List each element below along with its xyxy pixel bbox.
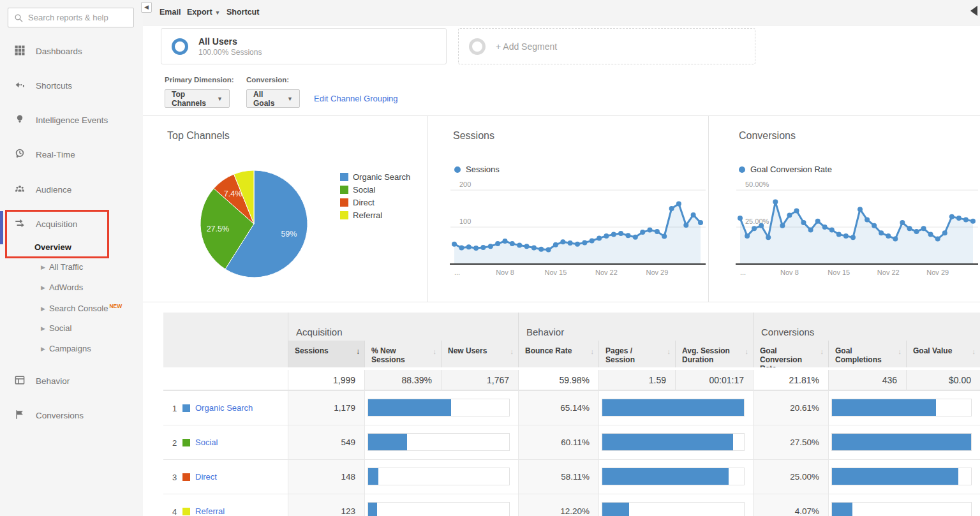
svg-text:Nov 8: Nov 8 [496,269,514,276]
row-rank: 2 [172,438,177,448]
column-header-pages-session[interactable]: Pages / Session↓ [598,341,675,367]
svg-text:7.4%: 7.4% [224,189,242,198]
top-channels-pie-chart: 59%27.5%7.4% [198,168,310,280]
bar-track [831,502,972,516]
sidebar-item-label: Real-Time [36,150,75,159]
table-row-label: 1Organic Search [163,390,288,425]
bar-track [831,433,972,451]
sidebar-item-acquisition[interactable]: Acquisition [0,215,143,233]
bar-cell [598,425,753,459]
bar-cell [598,390,753,425]
sidebar-item-intelligence-events[interactable]: Intelligence Events [0,111,143,129]
sidebar-item-conversions[interactable]: Conversions [0,406,143,424]
totals-cell: $0.00 [906,370,980,390]
row-label-header [163,341,288,367]
svg-text:Nov 22: Nov 22 [595,269,618,276]
channel-link[interactable]: Referral [195,506,225,516]
sidebar-subitem-social[interactable]: ▶Social [41,323,137,335]
bar-fill [832,503,852,516]
shortcut-arrow-icon [14,79,27,92]
bar-cell [828,425,980,459]
channel-link[interactable]: Direct [195,472,217,482]
column-header-goal-conversion-rate[interactable]: Goal Conversion Rate↓ [753,341,828,367]
sort-inactive-icon: ↓ [972,347,976,356]
channels-data-table: AcquisitionBehaviorConversionsSessions↓%… [163,313,980,516]
sessions-chart-title: Sessions [453,130,494,142]
overview-charts-panel: Top Channels 59%27.5%7.4% Organic Search… [143,115,980,302]
add-segment-button[interactable]: + Add Segment [458,28,755,64]
sidebar-subitem-campaigns[interactable]: ▶Campaigns [41,344,137,355]
sidebar-item-label: Acquisition [36,219,77,229]
bar-cell [828,459,980,494]
sidebar-item-label: Conversions [36,411,84,420]
sidebar-item-label: Dashboards [36,47,82,56]
channel-link[interactable]: Social [195,438,218,447]
svg-text:100: 100 [459,217,471,225]
people-icon [14,183,27,196]
column-header-avg-session-duration[interactable]: Avg. Session Duration↓ [675,341,753,367]
shortcut-button[interactable]: Shortcut [226,8,259,17]
export-button[interactable]: Export▼ [187,8,221,17]
primary-dimension-dropdown[interactable]: Top Channels▼ [165,89,230,108]
sidebar-item-shortcuts[interactable]: Shortcuts [0,77,143,94]
bulb-icon [14,114,27,126]
grid-icon [14,45,27,57]
toolbar-strip: Email Export▼ Shortcut [143,0,980,26]
totals-cell: 88.39% [364,370,441,390]
column-header--new-sessions[interactable]: % New Sessions↓ [364,341,441,367]
sidebar-item-overview[interactable]: Overview [34,242,111,254]
edit-channel-grouping-link[interactable]: Edit Channel Grouping [314,94,398,103]
email-button[interactable]: Email [160,8,181,17]
column-header-new-users[interactable]: New Users↓ [441,341,518,367]
table-row-label: 3Direct [163,459,288,494]
sidebar-collapse-button[interactable]: ◀ [141,2,152,13]
totals-cell: 1,767 [441,370,518,390]
column-header-goal-value[interactable]: Goal Value↓ [906,341,980,367]
sidebar-item-behavior[interactable]: Behavior [0,372,143,390]
sidebar-item-audience[interactable]: Audience [0,181,143,198]
channel-link[interactable]: Organic Search [195,403,253,413]
bar-cell [364,425,518,459]
pie-chart-title: Top Channels [167,130,230,142]
bar-track [602,399,745,416]
svg-text:50.00%: 50.00% [745,181,769,188]
sidebar-item-real-time[interactable]: Real-Time [0,145,143,163]
channel-color-swatch-icon [182,473,190,481]
bar-fill [832,434,971,450]
column-header-goal-completions[interactable]: Goal Completions↓ [828,341,906,367]
column-header-sessions[interactable]: Sessions↓ [288,341,364,367]
row-rank: 1 [172,404,177,413]
metric-cell: 27.50% [753,425,828,459]
bar-fill [602,399,744,416]
column-header-bounce-rate[interactable]: Bounce Rate↓ [518,341,598,367]
bar-track [831,468,972,485]
metric-cell: 65.14% [518,390,598,425]
bar-fill [368,503,377,516]
channel-color-swatch-icon [182,508,190,515]
panel-collapse-arrow-icon[interactable] [970,6,977,16]
svg-text:25.00%: 25.00% [745,217,769,225]
conversion-dropdown[interactable]: All Goals▼ [246,89,300,108]
metric-cell: 58.11% [518,459,598,494]
sidebar-subitem-all-traffic[interactable]: ▶All Traffic [41,262,137,274]
segment-all-users[interactable]: All Users 100.00% Sessions [161,28,447,64]
expand-triangle-icon: ▶ [41,306,45,312]
pie-legend-item: Direct [340,196,410,209]
svg-text:59%: 59% [281,230,297,239]
bar-fill [602,468,729,485]
search-input[interactable] [28,13,130,22]
legend-swatch-icon [340,173,348,181]
bar-fill [368,434,407,450]
search-icon [13,13,24,23]
totals-cell: 1.59 [598,370,675,390]
sidebar-subitem-search-console[interactable]: ▶Search ConsoleNEW [41,303,137,314]
metric-cell: 1,179 [288,390,364,425]
search-box[interactable] [8,8,134,27]
sidebar-item-dashboards[interactable]: Dashboards [0,42,143,60]
svg-text:Nov 15: Nov 15 [544,269,567,276]
pie-legend-item: Organic Search [340,170,410,183]
conversion-label: Conversion: [246,76,289,84]
sidebar-subitem-adwords[interactable]: ▶AdWords [41,283,137,294]
sort-inactive-icon: ↓ [510,347,514,356]
channel-color-swatch-icon [182,439,190,446]
